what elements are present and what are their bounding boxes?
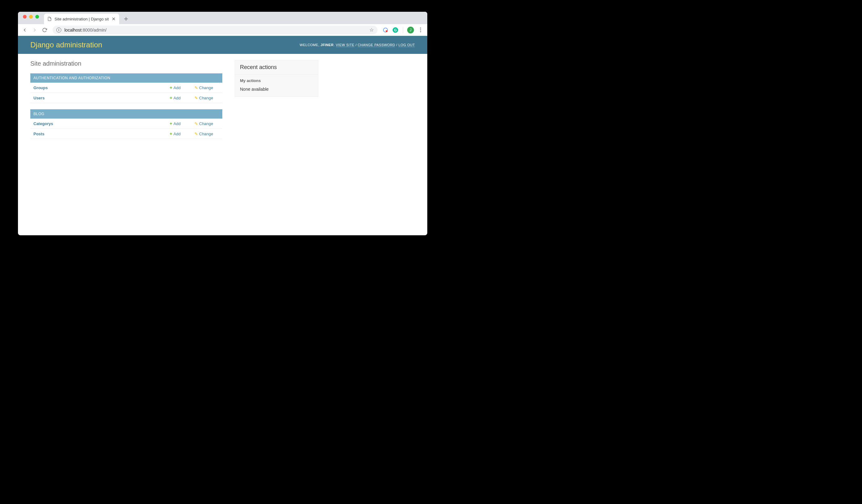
toolbar-divider (403, 27, 403, 33)
pencil-icon: ✎ (194, 85, 198, 90)
app-blog: BLOG Categorys +Add ✎Change Posts +Add ✎… (30, 109, 222, 139)
add-link-posts[interactable]: Add (173, 132, 181, 136)
url-text: localhost:8000/admin/ (64, 28, 106, 32)
change-link-categorys[interactable]: Change (199, 121, 213, 126)
add-link-users[interactable]: Add (173, 96, 181, 100)
recent-actions-subtitle: My actions (235, 75, 318, 85)
model-link-groups[interactable]: Groups (34, 85, 48, 90)
file-icon (47, 16, 52, 21)
change-password-link[interactable]: CHANGE PASSWORD (357, 43, 395, 47)
sidebar-column: Recent actions My actions None available (235, 60, 318, 145)
change-link-users[interactable]: Change (199, 96, 213, 100)
browser-toolbar: i localhost:8000/admin/ ☆ G J (18, 24, 427, 36)
plus-icon: + (170, 121, 172, 126)
extension-icon-1[interactable] (382, 26, 389, 34)
profile-avatar[interactable]: J (407, 26, 414, 34)
extension-icon-2[interactable]: G (392, 26, 399, 34)
pencil-icon: ✎ (194, 121, 198, 126)
tab-bar: Site administration | Django sit (18, 12, 427, 24)
minimize-window-button[interactable] (29, 15, 33, 18)
add-link-categorys[interactable]: Add (173, 121, 181, 126)
plus-icon: + (170, 131, 172, 136)
new-tab-button[interactable] (122, 15, 130, 23)
model-row-posts: Posts +Add ✎Change (30, 129, 222, 139)
browser-window: Site administration | Django sit i local… (18, 12, 427, 235)
view-site-link[interactable]: VIEW SITE (336, 43, 354, 47)
tab-title: Site administration | Django sit (54, 17, 109, 21)
django-header: Django administration WELCOME, JFINER. V… (18, 36, 427, 54)
user-tools: WELCOME, JFINER. VIEW SITE / CHANGE PASS… (300, 43, 415, 47)
browser-tab[interactable]: Site administration | Django sit (44, 14, 119, 24)
app-caption-auth[interactable]: AUTHENTICATION AND AUTHORIZATION (30, 74, 222, 83)
recent-actions-module: Recent actions My actions None available (235, 60, 318, 97)
reload-button[interactable] (40, 26, 49, 34)
back-button[interactable] (21, 26, 29, 34)
content: Site administration AUTHENTICATION AND A… (18, 54, 427, 151)
svg-point-1 (386, 30, 388, 32)
pencil-icon: ✎ (194, 132, 198, 136)
plus-icon: + (170, 85, 172, 90)
pencil-icon: ✎ (194, 96, 198, 100)
site-title: Django administration (30, 41, 102, 49)
recent-actions-none: None available (235, 85, 318, 96)
window-controls (22, 15, 41, 21)
model-link-posts[interactable]: Posts (34, 132, 44, 136)
welcome-text: WELCOME, (300, 43, 321, 47)
app-auth: AUTHENTICATION AND AUTHORIZATION Groups … (30, 74, 222, 103)
model-link-users[interactable]: Users (34, 96, 44, 100)
browser-menu-button[interactable] (416, 26, 425, 34)
page-heading: Site administration (30, 60, 222, 67)
change-link-groups[interactable]: Change (199, 85, 213, 90)
app-caption-blog[interactable]: BLOG (30, 109, 222, 119)
username: JFINER (321, 43, 334, 47)
model-link-categorys[interactable]: Categorys (34, 121, 53, 126)
bookmark-star-icon[interactable]: ☆ (369, 27, 374, 33)
change-link-posts[interactable]: Change (199, 132, 213, 136)
address-bar[interactable]: i localhost:8000/admin/ ☆ (53, 26, 377, 34)
logout-link[interactable]: LOG OUT (399, 43, 415, 47)
close-tab-button[interactable] (111, 16, 116, 21)
close-window-button[interactable] (23, 15, 27, 18)
site-info-icon[interactable]: i (56, 28, 61, 32)
model-row-groups: Groups +Add ✎Change (30, 83, 222, 93)
recent-actions-title: Recent actions (235, 61, 318, 75)
maximize-window-button[interactable] (35, 15, 39, 18)
add-link-groups[interactable]: Add (173, 85, 181, 90)
plus-icon: + (170, 95, 172, 100)
main-column: Site administration AUTHENTICATION AND A… (30, 60, 222, 145)
forward-button[interactable] (30, 26, 39, 34)
model-row-users: Users +Add ✎Change (30, 93, 222, 103)
model-row-categorys: Categorys +Add ✎Change (30, 119, 222, 129)
